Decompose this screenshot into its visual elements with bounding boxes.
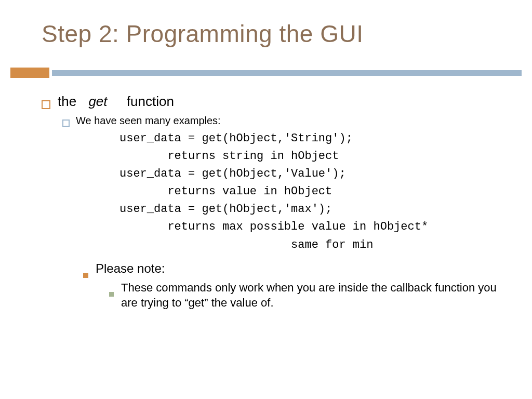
code-line: user_data = get(hObject,'Value');	[119, 167, 346, 180]
bullet-marker-solid-orange	[83, 273, 88, 278]
slide: Step 2: Programming the GUI the get func…	[0, 0, 532, 399]
code-line: returns value in hObject	[119, 185, 332, 198]
slide-title: Step 2: Programming the GUI	[0, 0, 532, 48]
divider-bar	[0, 68, 532, 78]
accent-bar-blue	[52, 70, 522, 76]
code-line: returns max possible value in hObject*	[119, 220, 428, 233]
code-line: same for min	[119, 238, 373, 251]
bullet-marker-hollow-orange	[42, 100, 50, 109]
bullet1-post: function	[127, 94, 174, 109]
bullet1-pre: the	[58, 94, 76, 109]
code-line: user_data = get(hObject,'max');	[119, 203, 332, 216]
code-line: user_data = get(hObject,'String');	[119, 132, 353, 145]
bullet-marker-solid-olive	[109, 292, 114, 297]
note-title: Please note:	[96, 261, 165, 276]
bullet2-text: We have seen many examples:	[76, 115, 221, 127]
accent-block-orange	[10, 68, 49, 78]
bullet-marker-hollow-blue	[62, 119, 70, 127]
bullet1-text: the get function	[58, 94, 174, 110]
note-sub-bullet: These commands only work when you are in…	[109, 280, 511, 311]
code-line: returns string in hObject	[119, 150, 339, 163]
slide-body: the get function We have seen many examp…	[42, 94, 511, 311]
code-block: user_data = get(hObject,'String'); retur…	[119, 130, 511, 254]
bullet-level1: the get function	[42, 94, 511, 110]
note-body: These commands only work when you are in…	[121, 280, 506, 311]
bullet1-em: get	[88, 94, 107, 109]
note-bullet: Please note:	[83, 261, 511, 276]
bullet-level2: We have seen many examples:	[62, 115, 511, 127]
